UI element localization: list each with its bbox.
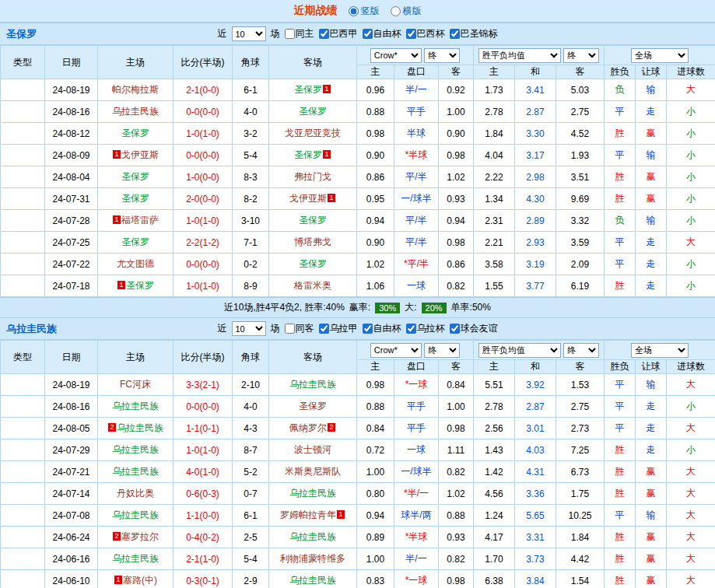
away-team-link[interactable]: 弗拉门戈: [294, 171, 331, 182]
home-team-link[interactable]: 塞罗拉尔: [121, 531, 159, 542]
home-team-link[interactable]: 乌拉圭民族: [112, 401, 159, 411]
league-checkbox[interactable]: [363, 324, 373, 334]
away-team-cell: 利物浦蒙特维多: [269, 548, 357, 570]
league-checkbox[interactable]: [406, 324, 416, 334]
home-team-link[interactable]: 乌拉圭民族: [112, 466, 159, 477]
home-team-link[interactable]: 乌拉圭民族: [112, 509, 159, 520]
away-team-link[interactable]: 圣保罗: [299, 401, 327, 411]
score-cell: 1-0(1-0): [173, 123, 233, 145]
rank-badge: 1: [113, 215, 121, 224]
away-team-link[interactable]: 戈伊亚斯: [289, 193, 327, 204]
home-team-link[interactable]: FC河床: [120, 379, 151, 390]
home-team-link[interactable]: 尤文图德: [117, 258, 154, 269]
score-cell: 2-1(1-0): [173, 548, 233, 570]
home-team-link[interactable]: 塞路(中): [123, 575, 157, 586]
same-venue-checkbox[interactable]: [285, 29, 295, 39]
same-venue-checkbox[interactable]: [285, 324, 295, 334]
away-team-link[interactable]: 圣保罗: [294, 84, 322, 95]
home-team-link[interactable]: 圣保罗: [121, 171, 149, 182]
away-team-link[interactable]: 波士顿河: [294, 444, 331, 455]
home-team-link[interactable]: 乌拉圭民族: [112, 553, 159, 564]
europe-odds-select[interactable]: 胜平负均值: [478, 343, 561, 358]
filter-label: 同主: [296, 27, 314, 40]
layout-option-horizontal[interactable]: 横版: [391, 5, 422, 18]
home-team-link[interactable]: 圣保罗: [126, 280, 154, 291]
league-checkbox[interactable]: [450, 324, 460, 334]
bookmaker-select[interactable]: Crow*: [370, 48, 422, 63]
bookmaker-select[interactable]: Crow*: [370, 343, 422, 358]
away-team-link[interactable]: 罗姆帕拉青年: [280, 509, 336, 520]
home-team-link[interactable]: 圣保罗: [121, 128, 149, 138]
single-rate-text: 单率:50%: [451, 301, 491, 314]
goals-cell: 小: [667, 396, 715, 418]
handicap-cell: *半球: [394, 145, 439, 166]
match-count-select[interactable]: 10: [232, 26, 266, 41]
away-team-link[interactable]: 圣保罗: [299, 106, 327, 117]
filter-same-venue[interactable]: 同主: [285, 27, 314, 40]
horizontal-layout-radio[interactable]: [391, 6, 401, 16]
filter-league-3[interactable]: 巴西杯: [406, 27, 445, 40]
home-team-link[interactable]: 圣保罗: [121, 193, 149, 204]
eu-home-odds-cell: 2.22: [474, 166, 515, 188]
europe-odds-select[interactable]: 胜平负均值: [478, 48, 561, 63]
filter-league-2[interactable]: 自由杯: [363, 322, 401, 335]
eu-draw-odds-cell: 3.17: [515, 145, 556, 166]
filter-league-4[interactable]: 巴圣锦标: [450, 27, 498, 40]
score-cell: 1-1(0-1): [173, 418, 233, 439]
league-checkbox[interactable]: [319, 29, 329, 39]
asia-away-odds-cell: 1.02: [439, 166, 474, 188]
league-checkbox[interactable]: [363, 29, 373, 39]
away-team-link[interactable]: 格雷米奥: [294, 280, 331, 291]
away-team-link[interactable]: 乌拉圭民族: [289, 575, 336, 586]
filter-same-venue[interactable]: 同客: [285, 322, 314, 335]
home-team-link[interactable]: 丹奴比奥: [117, 488, 154, 499]
filter-league-3[interactable]: 乌拉杯: [406, 322, 445, 335]
away-team-link[interactable]: 乌拉圭民族: [289, 531, 336, 542]
europe-final-select[interactable]: 终: [563, 48, 599, 63]
league-checkbox[interactable]: [406, 29, 416, 39]
filter-league-1[interactable]: 乌拉甲: [319, 322, 358, 335]
away-team-link[interactable]: 圣保罗: [299, 215, 327, 226]
home-team-link[interactable]: 圣保罗: [121, 236, 149, 247]
table-row: 巴西甲 24-07-22 尤文图德 0-0(0-0) 0-2 圣保罗 1.02 …: [1, 254, 715, 275]
away-team-link[interactable]: 圣保罗: [299, 258, 327, 269]
corner-cell: 6-1: [233, 79, 269, 101]
home-team-link[interactable]: 戈伊亚斯: [121, 149, 159, 160]
home-team-link[interactable]: 乌拉圭民族: [112, 444, 159, 455]
filter-league-4[interactable]: 球会友谊: [450, 322, 498, 335]
away-team-link[interactable]: 圣保罗: [294, 149, 322, 160]
away-team-link[interactable]: 佩纳罗尔: [289, 422, 327, 433]
league-checkbox[interactable]: [319, 324, 329, 334]
away-team-link[interactable]: 戈亚尼亚竞技: [285, 128, 341, 138]
home-team-link[interactable]: 乌拉圭民族: [117, 422, 163, 433]
league-checkbox[interactable]: [450, 29, 460, 39]
asia-final-select[interactable]: 终: [424, 48, 460, 63]
away-team-link[interactable]: 乌拉圭民族: [289, 488, 336, 499]
table-row: 巴西杯 24-08-09 1戈伊亚斯 0-0(0-0) 5-4 圣保罗1 0.9…: [1, 145, 715, 166]
table-row: 乌拉甲 24-06-24 2塞罗拉尔 0-4(0-2) 2-5 乌拉圭民族 0.…: [1, 527, 715, 548]
score-cell: 0-6(0-3): [173, 483, 233, 505]
vertical-layout-radio[interactable]: [349, 6, 359, 16]
home-team-link[interactable]: 乌拉圭民族: [112, 106, 159, 117]
scope-select[interactable]: 全场: [631, 48, 689, 63]
away-team-link[interactable]: 利物浦蒙特维多: [280, 553, 345, 564]
handicap-cell: 平/半: [394, 232, 439, 254]
near-label: 近: [218, 27, 227, 40]
rank-badge: 1: [114, 576, 122, 584]
table-row: 巴西甲 24-07-18 1圣保罗 1-0(1-0) 8-9 格雷米奥 1.06…: [1, 275, 715, 297]
filter-league-1[interactable]: 巴西甲: [319, 27, 358, 40]
goals-cell: 小: [667, 188, 715, 210]
result-cell: 平: [605, 505, 636, 527]
europe-final-select[interactable]: 终: [563, 343, 599, 358]
away-team-link[interactable]: 博塔弗戈: [294, 236, 331, 247]
away-team-link[interactable]: 米斯奥尼斯队: [285, 466, 341, 477]
filter-league-2[interactable]: 自由杯: [363, 27, 401, 40]
asia-final-select[interactable]: 终: [424, 343, 460, 358]
away-team-link[interactable]: 乌拉圭民族: [289, 379, 336, 390]
home-team-link[interactable]: 帕尔梅拉斯: [112, 84, 159, 95]
home-team-link[interactable]: 福塔雷萨: [121, 215, 159, 226]
scope-select[interactable]: 全场: [631, 343, 689, 358]
layout-option-vertical[interactable]: 竖版: [349, 5, 380, 18]
league-cell: 乌拉甲: [1, 527, 45, 548]
match-count-select[interactable]: 10: [232, 321, 266, 336]
